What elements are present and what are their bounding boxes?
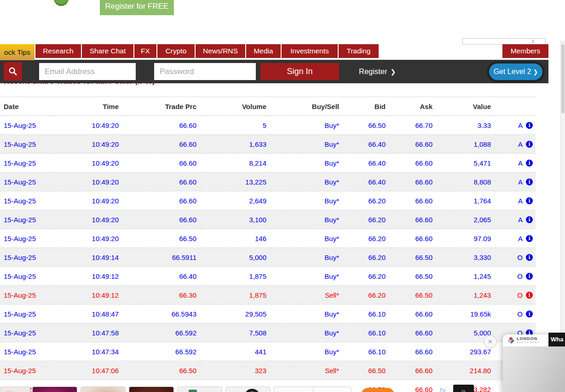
search-button[interactable] [4,62,22,81]
table-row[interactable]: 15-Aug-2510:49:2066.601,633Buy*66.4066.6… [0,135,536,154]
cell-bid: 66.40 [344,154,390,173]
register-free-button[interactable]: Register for FREE [100,0,174,15]
ad-orange-button[interactable] [361,388,394,392]
trade-flag: A [518,121,523,129]
cell-price: 66.60 [123,154,201,173]
cell-date: 15-Aug-25 [0,116,51,135]
tab-members[interactable]: Members [502,44,548,58]
table-row[interactable]: 15-Aug-2510:49:2066.602,649Buy*66.2066.6… [0,191,536,210]
ad-thumbnail[interactable] [129,386,174,392]
column-header: Trade Prc [123,97,201,116]
cell-bid: 66.20 [344,248,390,267]
cell-date: 15-Aug-25 [0,305,51,323]
table-header-row: DateTimeTrade PrcVolumeBuy/SellBidAskVal… [0,97,536,116]
cell-volume: 5 [201,116,271,135]
column-header: Ask [390,97,437,116]
cell-volume: 29,505 [201,305,271,323]
cell-flag: O [496,286,536,305]
table-row[interactable]: 15-Aug-2510:49:2066.605Buy*66.5066.703.3… [0,116,536,135]
cell-time: 10:49:20 [51,191,123,210]
cell-time: 10:49:20 [51,116,123,135]
ad-thumbnail[interactable] [32,386,77,392]
ad-emoji-thumbnail[interactable] [453,385,474,392]
info-icon[interactable] [526,179,533,185]
cell-ask: 66.60 [390,342,437,361]
register-link[interactable]: Register ❯ [359,60,396,83]
cell-price: 66.50 [123,361,201,380]
tab-investments[interactable]: Investments [282,44,338,58]
sign-in-button[interactable]: Sign In [260,63,339,80]
info-icon[interactable] [526,273,533,280]
email-field[interactable] [39,63,136,80]
password-field[interactable] [154,63,256,80]
cell-flag: O [496,248,536,267]
table-row[interactable]: 15-Aug-2510:49:2066.608,214Buy*66.4066.6… [0,154,536,173]
table-row[interactable]: 15-Aug-2510:47:0666.50323Sell*66.5066.60… [0,361,536,380]
cell-price: 66.5943 [123,305,201,323]
cell-value: 2,065 [437,210,496,229]
cell-flag: A [496,210,536,229]
cell-flag: O [496,267,536,286]
info-icon[interactable] [526,216,533,223]
info-icon[interactable] [526,311,533,317]
table-row[interactable]: 15-Aug-2510:47:3466.592441Buy*66.1066.60… [0,342,536,361]
table-row[interactable]: 15-Aug-2510:49:1466.59115,000Buy*66.2066… [0,248,536,267]
tab-news-rns[interactable]: News/RNS [196,44,245,58]
cell-ask: 66.50 [390,267,437,286]
column-header [496,97,536,116]
ad-thumbnail[interactable] [274,386,319,392]
ad-thumbnail[interactable] [313,386,352,392]
cell-time: 10:49:20 [51,135,123,154]
ad-thumbnail[interactable] [225,386,271,392]
table-row[interactable]: 15-Aug-2510:49:2066.6013,225Buy*66.4066.… [0,173,536,191]
info-icon[interactable] [526,235,533,242]
trade-flag: O [517,254,523,261]
quote-search-input[interactable] [462,38,546,45]
table-row[interactable]: 15-Aug-2510:48:4766.594329,505Buy*66.106… [0,305,536,323]
tab-trading[interactable]: Trading [339,44,379,58]
video-player[interactable] [503,346,565,392]
tab-crypto[interactable]: Crypto [157,44,195,58]
cell-ask: 66.50 [390,248,437,267]
tab-fx[interactable]: FX [134,44,156,58]
table-row[interactable]: 15-Aug-2510:47:5866.5927,508Buy*66.1066.… [0,323,536,342]
info-icon[interactable] [526,122,533,129]
cell-price: 66.30 [123,286,201,305]
info-icon[interactable] [526,292,533,299]
cell-volume: 1,875 [201,286,271,305]
cell-ask: 66.60 [390,191,437,210]
adchoices-icon[interactable] [440,386,446,392]
cell-price: 66.60 [123,210,201,229]
cell-ask: 66.60 [390,210,437,229]
info-icon[interactable] [526,141,533,148]
table-row[interactable]: 15-Aug-2510:49:2066.50146Buy*66.2066.609… [0,229,536,248]
info-icon[interactable] [526,254,533,261]
trade-flag: A [518,178,523,186]
cell-volume: 8,214 [201,154,271,173]
cell-ask: 66.70 [390,116,437,135]
info-icon[interactable] [526,197,533,204]
cell-time: 10:49:12 [51,267,123,286]
ad-thumbnail[interactable] [0,386,30,392]
tab-media[interactable]: Media [246,44,281,58]
video-ad-panel: LONDON SOUTH EAST Wha [503,334,565,392]
cell-price: 66.40 [123,267,201,286]
tab-share-chat[interactable]: Share Chat [82,44,133,58]
cell-side: Buy* [271,248,344,267]
info-icon[interactable] [526,160,533,167]
close-ad-button[interactable]: ✕ [484,335,497,348]
get-level2-button[interactable]: Get Level 2❯ [489,63,542,80]
ad-thumbnail[interactable] [177,386,222,392]
cell-price: 66.60 [123,135,201,154]
table-row[interactable]: 15-Aug-2510:49:1266.301,875Sell*66.2066.… [0,286,536,305]
table-row[interactable]: 15-Aug-2510:49:1266.401,875Buy*66.2066.5… [0,267,536,286]
trade-flag: O [517,310,523,318]
trade-flag: A [518,140,523,148]
ad-thumbnail[interactable] [81,386,126,392]
cell-value: 214.80 [437,361,496,380]
tab-research[interactable]: Research [35,44,81,58]
cell-price: 66.60 [123,116,201,135]
table-row[interactable]: 15-Aug-2510:49:2066.603,100Buy*66.2066.6… [0,210,536,229]
brand-text: LONDON SOUTH EAST [517,337,539,344]
tab-ock-tips[interactable]: ock Tips [0,44,35,60]
